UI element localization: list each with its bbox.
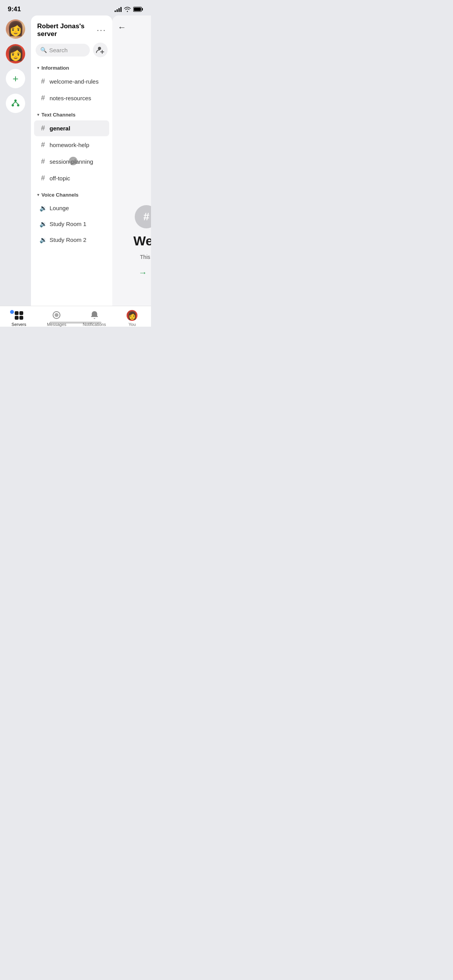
hash-icon: #	[39, 77, 46, 86]
hash-icon: #	[39, 174, 46, 182]
svg-rect-11	[15, 311, 19, 315]
channel-off-topic[interactable]: # off-topic	[34, 170, 109, 186]
hash-symbol: #	[143, 211, 149, 223]
hash-icon: #	[39, 124, 46, 132]
user-avatar	[127, 310, 137, 321]
search-row: 🔍 Search	[31, 43, 112, 63]
svg-point-16	[55, 313, 58, 317]
servers-icon	[14, 310, 24, 321]
channel-name: off-topic	[50, 175, 70, 182]
hash-icon: #	[39, 158, 46, 166]
svg-rect-14	[19, 316, 23, 320]
svg-line-6	[13, 102, 15, 104]
channel-panel: Robert Jonas's server ··· 🔍 Search ▾	[31, 15, 112, 306]
status-time: 9:41	[8, 5, 21, 13]
channel-lounge[interactable]: 🔉 Lounge	[34, 200, 109, 216]
channel-notes-resources[interactable]: # notes-resources	[34, 90, 109, 106]
nav-messages[interactable]: Messages	[38, 310, 76, 327]
right-panel: ← # We This i →	[112, 15, 151, 306]
chevron-down-icon: ▾	[37, 65, 39, 70]
speaker-icon: 🔉	[39, 236, 46, 243]
discover-servers-button[interactable]	[6, 94, 25, 113]
nav-you-label: You	[129, 322, 136, 327]
wifi-icon	[124, 7, 131, 12]
welcome-heading-partial: We	[134, 233, 151, 248]
more-options-button[interactable]: ···	[97, 25, 106, 35]
channel-homework-help[interactable]: # homework-help	[34, 137, 109, 153]
channel-session-planning[interactable]: # session-planning	[34, 154, 109, 170]
svg-point-3	[14, 99, 17, 102]
channel-study-room-2[interactable]: 🔉 Study Room 2	[34, 232, 109, 247]
speaker-icon: 🔉	[39, 220, 46, 228]
server-title: Robert Jonas's server	[37, 22, 97, 38]
channel-welcome-and-rules[interactable]: # welcome-and-rules	[34, 74, 109, 89]
server-avatar-1[interactable]	[6, 19, 25, 39]
svg-point-4	[12, 104, 14, 106]
search-label: Search	[49, 47, 68, 53]
channel-name: notes-resources	[50, 95, 91, 101]
category-information[interactable]: ▾ Information	[31, 63, 112, 73]
notifications-icon	[89, 310, 100, 321]
category-information-label: Information	[41, 65, 69, 71]
category-voice-channels-label: Voice Channels	[41, 192, 79, 198]
plus-icon: +	[12, 73, 18, 85]
chevron-down-icon: ▾	[37, 112, 39, 117]
channel-name: Lounge	[50, 205, 69, 211]
nav-you[interactable]: You	[113, 310, 151, 327]
svg-point-5	[17, 104, 19, 106]
home-indicator	[50, 322, 101, 324]
tree-icon	[10, 98, 21, 109]
servers-badge	[9, 309, 15, 315]
channel-name: welcome-and-rules	[50, 78, 99, 85]
svg-line-7	[15, 102, 18, 104]
channel-name: homework-help	[50, 142, 89, 148]
category-voice-channels[interactable]: ▾ Voice Channels	[31, 190, 112, 200]
nav-servers-label: Servers	[12, 322, 26, 327]
status-bar: 9:41	[0, 0, 151, 15]
category-text-channels[interactable]: ▾ Text Channels	[31, 110, 112, 120]
channel-name: Study Room 1	[50, 221, 86, 227]
server-avatar-2[interactable]	[6, 44, 25, 63]
channel-name: session-planning	[50, 158, 93, 165]
channel-name: Study Room 2	[50, 236, 86, 243]
channel-name: general	[50, 125, 70, 132]
server-sidebar: +	[0, 15, 31, 306]
signal-icon	[115, 7, 122, 12]
svg-rect-13	[15, 316, 19, 320]
svg-rect-12	[19, 311, 23, 315]
add-server-button[interactable]: +	[6, 69, 25, 88]
hash-icon: #	[39, 141, 46, 149]
person-plus-icon	[96, 46, 105, 54]
battery-icon	[133, 7, 143, 12]
nav-servers[interactable]: Servers	[0, 310, 38, 327]
welcome-desc-partial: This i	[140, 254, 151, 260]
search-icon: 🔍	[40, 47, 47, 53]
hash-icon: #	[39, 94, 46, 102]
svg-rect-2	[134, 8, 141, 11]
channel-icon-circle: #	[135, 205, 151, 228]
speaker-icon: 🔉	[39, 204, 46, 212]
arrow-button[interactable]: →	[139, 268, 147, 278]
channel-study-room-1[interactable]: 🔉 Study Room 1	[34, 216, 109, 231]
status-icons	[115, 7, 143, 12]
svg-rect-1	[142, 8, 143, 10]
channel-general[interactable]: # general	[34, 120, 109, 136]
svg-point-8	[98, 47, 101, 50]
chevron-down-icon: ▾	[37, 192, 39, 197]
search-box[interactable]: 🔍 Search	[36, 44, 90, 57]
messages-icon	[51, 310, 62, 321]
add-member-button[interactable]	[93, 43, 108, 57]
main-layout: + Robert Jonas's server ··· 🔍 Search	[0, 15, 151, 306]
panel-header: Robert Jonas's server ···	[31, 15, 112, 43]
back-button[interactable]: ←	[118, 22, 126, 33]
category-text-channels-label: Text Channels	[41, 112, 76, 118]
nav-notifications[interactable]: Notifications	[76, 310, 113, 327]
